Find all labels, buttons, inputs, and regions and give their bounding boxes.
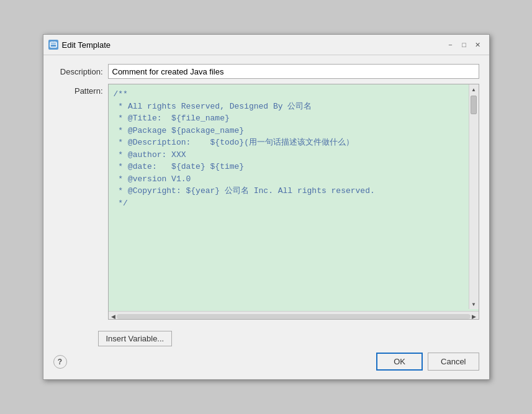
window-controls: − □ ✕ [444, 38, 484, 51]
title-bar: Edit Template − □ ✕ [43, 35, 489, 55]
edit-template-dialog: Edit Template − □ ✕ Description: Pattern… [43, 34, 490, 380]
vertical-scrollbar[interactable]: ▲ ▼ [469, 84, 479, 309]
footer-right: OK Cancel [376, 353, 479, 371]
description-label: Description: [53, 67, 103, 76]
scroll-up-arrow[interactable]: ▲ [469, 84, 479, 94]
scroll-thumb-v[interactable] [471, 96, 477, 114]
pattern-row: Pattern: ▲ ▼ /** * All rights Reserved, … [53, 84, 479, 320]
scroll-right-arrow[interactable]: ▶ [471, 313, 477, 320]
dialog-footer: ? OK Cancel [43, 346, 489, 379]
svg-rect-0 [50, 42, 56, 47]
scroll-track-v [469, 94, 479, 299]
footer-left: ? [53, 355, 67, 369]
pattern-textarea[interactable]: /** * All rights Reserved, Designed By 公… [109, 84, 479, 309]
pattern-editor-wrapper: ▲ ▼ /** * All rights Reserved, Designed … [108, 84, 479, 320]
help-button[interactable]: ? [53, 355, 67, 369]
maximize-button[interactable]: □ [458, 38, 471, 51]
cancel-button[interactable]: Cancel [428, 353, 479, 371]
dialog-icon [48, 40, 58, 50]
dialog-title: Edit Template [62, 40, 441, 50]
description-row: Description: [53, 64, 479, 79]
description-input[interactable] [108, 64, 479, 79]
scroll-track-h [117, 314, 471, 319]
close-button[interactable]: ✕ [472, 38, 484, 51]
ok-button[interactable]: OK [376, 353, 423, 371]
minimize-button[interactable]: − [444, 38, 457, 51]
scroll-down-arrow[interactable]: ▼ [469, 299, 479, 309]
insert-section: Insert Variable... [43, 328, 489, 346]
scroll-left-arrow[interactable]: ◀ [110, 313, 117, 320]
horizontal-scrollbar[interactable]: ◀ ▶ [109, 311, 479, 320]
pattern-label: Pattern: [53, 84, 103, 96]
insert-variable-button[interactable]: Insert Variable... [98, 331, 173, 346]
dialog-body: Description: Pattern: ▲ ▼ /** * All righ… [43, 55, 489, 328]
